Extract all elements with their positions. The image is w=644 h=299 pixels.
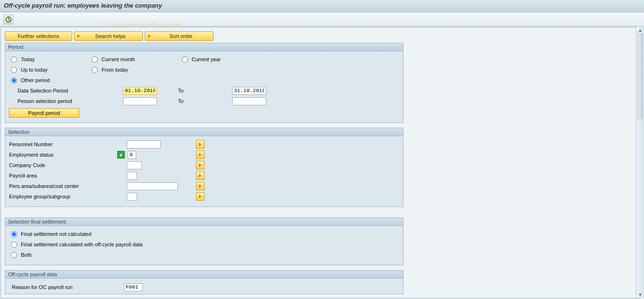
- radio-other-period-label: Other period: [21, 77, 50, 83]
- final-settlement-title: Selection final settlement: [5, 218, 403, 226]
- to-label-2: To: [168, 98, 206, 104]
- sort-order-label: Sort order: [154, 33, 208, 39]
- personnel-number-input[interactable]: [127, 140, 161, 149]
- payroll-area-input[interactable]: [127, 172, 137, 180]
- title-text: Off-cycle payroll run: employees leaving…: [4, 2, 162, 9]
- payroll-period-button[interactable]: Payroll period: [9, 108, 79, 118]
- final-settlement-group: Selection final settlement Final settlem…: [5, 217, 403, 265]
- search-helps-button[interactable]: Search helps: [74, 31, 143, 41]
- arrow-right-icon: [199, 163, 202, 167]
- pers-area-label: Pers.area/subarea/cost center: [9, 183, 117, 189]
- data-selection-period-label: Data Selection Period: [9, 88, 122, 93]
- radio-fs-not-calculated[interactable]: [11, 231, 17, 237]
- period-group-title: Period: [5, 43, 403, 51]
- company-code-more-button[interactable]: [196, 161, 205, 169]
- execute-icon[interactable]: [4, 15, 13, 24]
- content-area: Further selections Search helps Sort ord…: [0, 27, 641, 299]
- further-selections-label: Further selections: [18, 33, 59, 39]
- reason-oc-input[interactable]: [124, 283, 143, 291]
- employee-group-more-button[interactable]: [196, 192, 205, 201]
- arrow-right-icon: [148, 34, 151, 38]
- pers-area-more-button[interactable]: [196, 182, 205, 190]
- selection-group-title: Selection: [5, 128, 403, 136]
- oc-payroll-group: Off-cycle payroll data Reason for OC pay…: [5, 270, 403, 294]
- radio-current-year[interactable]: [182, 56, 188, 63]
- scroll-up-icon[interactable]: ▲: [638, 28, 643, 33]
- company-code-input[interactable]: [127, 161, 142, 169]
- application-toolbar: [0, 12, 644, 27]
- radio-up-to-today-label: Up to today: [21, 67, 47, 73]
- radio-fs-calculated-label: Final settlement calculated with off-cyc…: [21, 242, 143, 247]
- radio-from-today-label: From today: [102, 67, 128, 73]
- search-helps-label: Search helps: [83, 33, 138, 39]
- further-selections-button[interactable]: Further selections: [5, 31, 72, 41]
- scroll-thumb[interactable]: [638, 34, 643, 119]
- person-selection-from-input[interactable]: [123, 97, 157, 105]
- arrow-right-icon: [199, 184, 202, 188]
- radio-from-today[interactable]: [92, 67, 98, 73]
- data-selection-from-input[interactable]: [123, 87, 157, 95]
- selection-group: Selection Personnel Number Employment st…: [5, 128, 403, 207]
- radio-up-to-today[interactable]: [11, 67, 17, 73]
- radio-fs-both-label: Both: [21, 252, 32, 258]
- not-equal-icon[interactable]: [117, 151, 125, 159]
- radio-current-year-label: Current year: [192, 56, 221, 62]
- radio-fs-calculated[interactable]: [11, 242, 17, 248]
- arrow-right-icon: [77, 34, 80, 38]
- arrow-right-icon: [199, 174, 202, 178]
- person-selection-period-label: Person selection period: [9, 98, 122, 104]
- payroll-area-label: Payroll area: [9, 173, 117, 178]
- arrow-right-icon: [199, 195, 202, 198]
- employment-status-input[interactable]: [128, 151, 136, 159]
- radio-current-month[interactable]: [92, 56, 98, 63]
- radio-fs-not-calculated-label: Final settlement not calculated: [21, 231, 92, 237]
- vertical-scrollbar[interactable]: ▲ ▼: [636, 27, 644, 298]
- data-selection-to-input[interactable]: [232, 87, 266, 95]
- employee-group-label: Employee group/subgroup: [9, 194, 117, 199]
- reason-oc-label: Reason for OC payroll run: [12, 284, 120, 290]
- personnel-number-label: Personnel Number: [9, 141, 117, 147]
- employment-status-more-button[interactable]: [196, 150, 205, 159]
- arrow-right-icon: [199, 142, 202, 146]
- pers-area-input[interactable]: [127, 182, 178, 190]
- radio-today[interactable]: [11, 56, 17, 63]
- company-code-label: Company Code: [9, 162, 117, 168]
- radio-today-label: Today: [21, 56, 35, 62]
- payroll-period-label: Payroll period: [28, 110, 60, 116]
- person-selection-to-input[interactable]: [232, 97, 266, 105]
- oc-payroll-title: Off-cycle payroll data: [5, 271, 403, 279]
- sort-order-button[interactable]: Sort order: [145, 31, 214, 41]
- selection-buttons-row: Further selections Search helps Sort ord…: [5, 31, 636, 41]
- period-group: Period Today Up to today Other period Cu…: [5, 43, 403, 123]
- arrow-right-icon: [199, 153, 202, 157]
- radio-current-month-label: Current month: [102, 56, 135, 62]
- to-label-1: To: [168, 88, 206, 93]
- employee-group-input[interactable]: [127, 193, 137, 201]
- employment-status-label: Employment status: [9, 152, 117, 158]
- window-title: Off-cycle payroll run: employees leaving…: [0, 0, 644, 12]
- payroll-area-more-button[interactable]: [196, 171, 205, 180]
- personnel-number-more-button[interactable]: [196, 140, 205, 149]
- scroll-down-icon[interactable]: ▼: [638, 292, 643, 297]
- radio-fs-both[interactable]: [11, 252, 17, 258]
- radio-other-period[interactable]: [11, 77, 17, 84]
